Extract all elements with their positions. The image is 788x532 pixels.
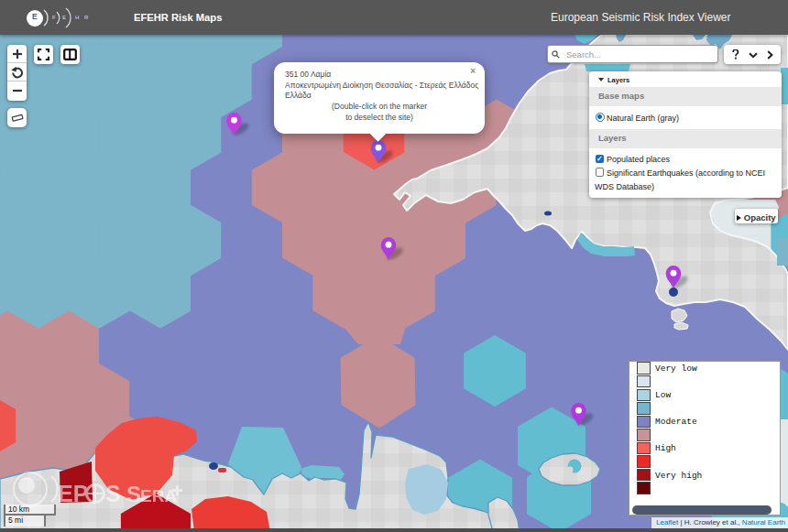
svg-text:S: S (126, 482, 141, 506)
svg-text:ERA: ERA (140, 486, 177, 505)
svg-text:S: S (105, 481, 121, 506)
svg-text:EP: EP (58, 481, 88, 506)
